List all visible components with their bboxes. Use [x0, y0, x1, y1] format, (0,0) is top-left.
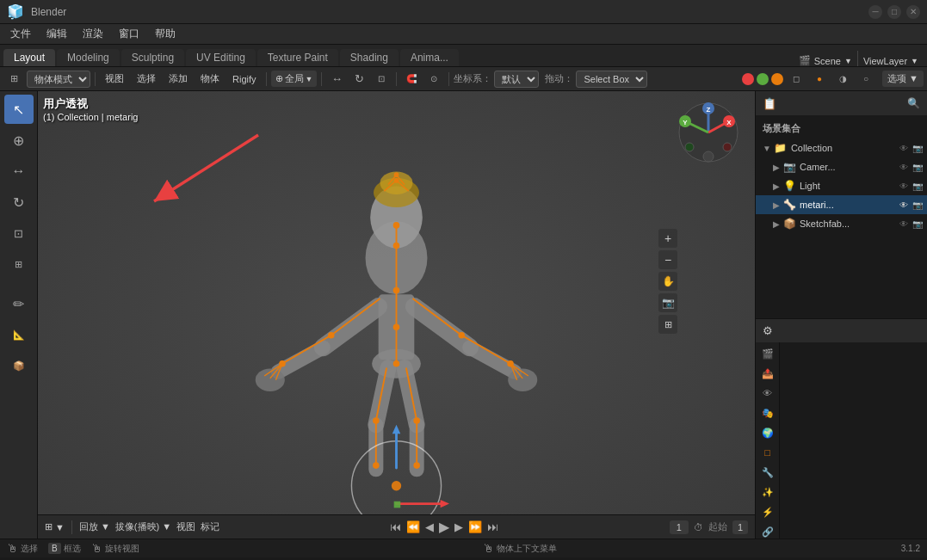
tool-transform[interactable]: ⊞ — [4, 249, 34, 279]
outliner-item-metarig[interactable]: ▶ 🦴 metari... 👁 📷 — [756, 195, 927, 214]
context-label: 物体上下文菜单 — [497, 543, 557, 555]
markers-dropdown[interactable]: 标记 — [201, 520, 219, 533]
transform-global-btn[interactable]: ⊕全局▼ — [271, 71, 318, 87]
tool-scale[interactable]: ⊡ — [4, 218, 34, 248]
mode-dropdown[interactable]: 物体模式 — [27, 71, 90, 88]
metarig-render-icon[interactable]: 📷 — [912, 199, 924, 211]
properties-icon: ⚙ — [763, 324, 773, 337]
svg-line-7 — [278, 348, 323, 372]
prop-tab-particles[interactable]: ✨ — [758, 483, 777, 502]
prop-tab-constraints[interactable]: 🔗 — [758, 522, 777, 538]
menu-edit[interactable]: 编辑 — [40, 25, 74, 43]
outliner-item-camera[interactable]: ▶ 📷 Camer... 👁 📷 — [756, 157, 927, 176]
proportional-icon[interactable]: ⊙ — [423, 70, 444, 89]
menu-window[interactable]: 窗口 — [112, 25, 146, 43]
step-fwd-btn[interactable]: ▶ — [454, 520, 463, 533]
outliner-filter-btn[interactable]: 🔍 — [907, 97, 920, 109]
close-button[interactable]: ✕ — [906, 5, 920, 19]
tool-move[interactable]: ↔ — [4, 157, 34, 186]
snap-icon[interactable]: 🧲 — [401, 70, 422, 89]
scene-dropdown[interactable]: 🎬 Scene ▼ — [794, 55, 857, 66]
prop-tab-object[interactable]: □ — [758, 443, 777, 462]
shading-solid[interactable]: ● — [809, 70, 830, 89]
jump-start-btn[interactable]: ⏮ — [390, 520, 401, 533]
menu-help[interactable]: 帮助 — [148, 25, 182, 43]
step-back-btn[interactable]: ◀ — [425, 520, 434, 533]
tab-shading[interactable]: Shading — [340, 49, 399, 66]
sketchfab-render-icon[interactable]: 📷 — [912, 218, 924, 230]
dot-green[interactable] — [757, 73, 769, 85]
tool-rotate[interactable]: ↻ — [4, 188, 34, 217]
add-menu-btn[interactable]: 添加 — [164, 71, 193, 87]
collection-render-icon[interactable]: 📷 — [912, 142, 924, 154]
playback-dropdown[interactable]: 回放 ▼ — [79, 520, 110, 533]
drag-dropdown[interactable]: Select Box — [576, 71, 647, 88]
coord-label: 坐标系： — [454, 72, 491, 85]
tab-texture-paint[interactable]: Texture Paint — [257, 49, 338, 66]
coord-dropdown[interactable]: 默认 — [494, 71, 539, 88]
tab-sculpting[interactable]: Sculpting — [121, 49, 184, 66]
view-dropdown[interactable]: 视图 — [176, 520, 195, 533]
prop-tab-scene[interactable]: 🎭 — [758, 403, 777, 422]
object-menu-btn[interactable]: 物体 — [195, 71, 225, 87]
character-svg — [38, 91, 755, 538]
outliner-item-light[interactable]: ▶ 💡 Light 👁 📷 — [756, 176, 927, 195]
next-keyframe-btn[interactable]: ⏩ — [468, 520, 482, 533]
camera-render-icon[interactable]: 📷 — [912, 161, 924, 173]
nav-zoom-in[interactable]: + — [658, 229, 677, 248]
nav-zoom-out[interactable]: − — [658, 250, 677, 269]
tab-animation[interactable]: Anima... — [400, 49, 459, 66]
shading-render[interactable]: ○ — [856, 70, 876, 89]
status-select: 🖱 选择 — [7, 542, 38, 555]
tab-modeling[interactable]: Modeling — [57, 49, 120, 66]
view-menu-btn[interactable]: 视图 — [100, 71, 129, 87]
prop-tab-view[interactable]: 👁 — [758, 384, 777, 403]
transform-icon-2[interactable]: ↻ — [349, 70, 369, 89]
transform-icon-1[interactable]: ↔ — [326, 70, 347, 89]
tool-measure[interactable]: 📐 — [4, 320, 34, 349]
tool-select[interactable]: ↖ — [4, 95, 34, 124]
jump-end-btn[interactable]: ⏭ — [487, 520, 498, 533]
play-btn[interactable]: ▶ — [439, 519, 449, 535]
select-menu-btn[interactable]: 选择 — [132, 71, 161, 87]
minimize-button[interactable]: ─ — [868, 5, 882, 19]
current-frame-display: 1 — [670, 520, 689, 534]
light-render-icon[interactable]: 📷 — [912, 180, 924, 192]
tab-layout[interactable]: Layout — [3, 49, 55, 66]
nav-camera[interactable]: 📷 — [658, 293, 677, 312]
prop-tab-physics[interactable]: ⚡ — [758, 502, 777, 521]
menu-file[interactable]: 文件 — [3, 25, 38, 43]
dot-orange[interactable] — [771, 73, 783, 85]
viewlayer-dropdown[interactable]: ViewLayer ▼ — [858, 56, 924, 66]
dot-red[interactable] — [742, 73, 754, 85]
nav-pan[interactable]: ✋ — [658, 272, 677, 291]
options-btn[interactable]: 选项 ▼ — [882, 71, 924, 87]
light-visible-icon[interactable]: 👁 — [898, 180, 910, 192]
collection-visible-icon[interactable]: 👁 — [898, 142, 910, 154]
transform-icon-3[interactable]: ⊡ — [371, 70, 392, 89]
shading-wireframe[interactable]: ◻ — [786, 70, 806, 89]
prev-keyframe-btn[interactable]: ⏪ — [406, 520, 420, 533]
tool-cursor[interactable]: ⊕ — [4, 126, 34, 155]
outliner-item-collection[interactable]: ▼ 📁 Collection 👁 📷 — [756, 138, 927, 157]
sketchfab-visible-icon[interactable]: 👁 — [898, 218, 910, 230]
menu-render[interactable]: 渲染 — [76, 25, 110, 43]
nav-grid[interactable]: ⊞ — [658, 315, 677, 334]
prop-tab-world[interactable]: 🌍 — [758, 423, 777, 442]
metarig-visible-icon[interactable]: 👁 — [898, 199, 910, 211]
maximize-button[interactable]: □ — [887, 5, 901, 19]
prop-tab-output[interactable]: 📤 — [758, 364, 777, 383]
tool-annotate[interactable]: ✏ — [4, 289, 34, 318]
tab-uv-editing[interactable]: UV Editing — [186, 49, 256, 66]
keying-dropdown[interactable]: 拔像(播映) ▼ — [115, 520, 171, 533]
tool-add-cube[interactable]: 📦 — [4, 351, 34, 380]
camera-visible-icon[interactable]: 👁 — [898, 161, 910, 173]
prop-tab-modifier[interactable]: 🔧 — [758, 463, 777, 482]
shading-material[interactable]: ◑ — [832, 70, 853, 89]
light-icon: 💡 — [782, 179, 796, 193]
prop-tab-render[interactable]: 🎬 — [758, 344, 777, 363]
rigify-menu-btn[interactable]: Rigify — [227, 72, 262, 86]
viewport-type-icon[interactable]: ⊞ — [3, 70, 24, 89]
outliner-item-sketchfab[interactable]: ▶ 📦 Sketchfab... 👁 📷 — [756, 214, 927, 233]
view-type-selector[interactable]: ⊞ ▼ — [45, 521, 65, 532]
